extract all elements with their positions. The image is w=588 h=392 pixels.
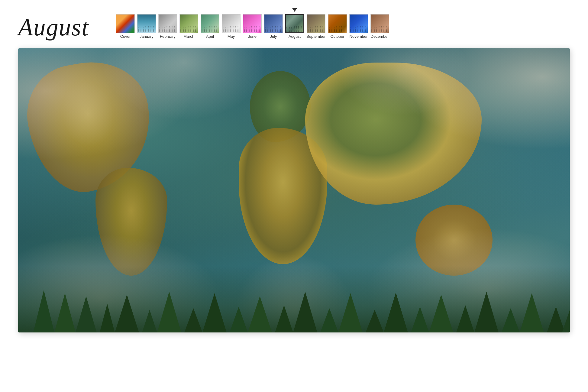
thumbnail-img-wrapper-february bbox=[158, 14, 177, 33]
svg-marker-12 bbox=[184, 308, 202, 332]
calendar-dots-november bbox=[350, 26, 367, 32]
month-title: August bbox=[18, 15, 103, 39]
thumbnail-label-july: July bbox=[270, 34, 277, 39]
thumbnail-img-wrapper-april bbox=[201, 14, 219, 33]
thumbnail-label-september: September bbox=[306, 34, 326, 39]
thumbnail-img-wrapper-september bbox=[307, 14, 325, 33]
thumbnail-label-august: August bbox=[289, 34, 301, 39]
thumbnail-label-cover: Cover bbox=[120, 34, 131, 39]
thumbnail-img-cover bbox=[116, 15, 134, 33]
thumbnail-february[interactable]: February bbox=[157, 14, 178, 39]
thumbnail-june[interactable]: June bbox=[242, 14, 263, 39]
header: August CoverJanuaryFebruaryMarchAprilMay… bbox=[0, 0, 588, 45]
svg-marker-37 bbox=[562, 310, 570, 332]
calendar-dots-august bbox=[286, 26, 303, 32]
main-map-image bbox=[18, 48, 570, 332]
tree-silhouettes bbox=[18, 266, 570, 332]
thumbnail-label-december: December bbox=[371, 34, 389, 39]
svg-marker-21 bbox=[320, 308, 338, 332]
calendar-dots-january bbox=[138, 26, 155, 32]
thumbnail-march[interactable]: March bbox=[178, 14, 199, 39]
svg-marker-9 bbox=[142, 310, 157, 332]
thumbnail-strip: CoverJanuaryFebruaryMarchAprilMayJuneJul… bbox=[115, 12, 570, 39]
thumbnail-april[interactable]: April bbox=[199, 14, 221, 39]
svg-marker-24 bbox=[366, 310, 384, 332]
svg-marker-30 bbox=[456, 305, 474, 332]
thumbnail-img-wrapper-october bbox=[328, 14, 347, 33]
svg-marker-1 bbox=[33, 290, 54, 332]
svg-marker-32 bbox=[474, 292, 499, 332]
thumbnail-img-wrapper-cover bbox=[116, 14, 135, 33]
svg-marker-5 bbox=[76, 296, 97, 332]
thumbnail-img-wrapper-november bbox=[349, 14, 368, 33]
thumbnail-october[interactable]: October bbox=[327, 14, 348, 39]
calendar-dots-october bbox=[329, 26, 346, 32]
thumbnail-july[interactable]: July bbox=[263, 14, 284, 39]
thumbnail-september[interactable]: September bbox=[305, 14, 327, 39]
svg-marker-35 bbox=[520, 293, 544, 332]
calendar-dots-december bbox=[371, 26, 388, 32]
thumbnail-november[interactable]: November bbox=[348, 14, 369, 39]
thumbnail-label-february: February bbox=[160, 34, 176, 39]
svg-marker-27 bbox=[411, 307, 429, 332]
calendar-dots-february bbox=[159, 26, 176, 32]
thumbnail-may[interactable]: May bbox=[221, 14, 242, 39]
svg-marker-15 bbox=[230, 307, 248, 332]
svg-marker-29 bbox=[429, 295, 453, 332]
thumbnail-img-wrapper-december bbox=[370, 14, 389, 33]
thumbnail-img-wrapper-may bbox=[222, 14, 241, 33]
svg-marker-23 bbox=[338, 293, 363, 332]
thumbnail-img-wrapper-march bbox=[179, 14, 198, 33]
svg-marker-8 bbox=[115, 295, 139, 332]
svg-marker-20 bbox=[293, 292, 317, 332]
calendar-dots-may bbox=[223, 26, 240, 32]
svg-marker-11 bbox=[157, 292, 181, 332]
thumbnail-december[interactable]: December bbox=[369, 14, 390, 39]
active-indicator-arrow bbox=[292, 8, 297, 12]
calendar-dots-june bbox=[244, 26, 261, 32]
map-background bbox=[18, 48, 570, 332]
thumbnail-january[interactable]: January bbox=[136, 14, 157, 39]
svg-marker-33 bbox=[502, 308, 520, 332]
title-area: August bbox=[18, 12, 103, 39]
calendar-dots-july bbox=[265, 26, 282, 32]
svg-marker-36 bbox=[547, 307, 565, 332]
thumbnail-img-wrapper-january bbox=[137, 14, 156, 33]
thumbnail-label-october: October bbox=[330, 34, 344, 39]
thumbnail-label-april: April bbox=[206, 34, 214, 39]
thumbnail-label-january: January bbox=[140, 34, 153, 39]
svg-marker-14 bbox=[202, 293, 227, 332]
svg-marker-3 bbox=[54, 293, 76, 332]
calendar-dots-april bbox=[202, 26, 218, 32]
svg-marker-26 bbox=[384, 293, 408, 332]
thumbnail-img-wrapper-july bbox=[264, 14, 283, 33]
main-image-container bbox=[18, 48, 570, 332]
thumbnail-img-wrapper-august bbox=[285, 14, 304, 33]
svg-marker-18 bbox=[275, 305, 293, 332]
svg-marker-17 bbox=[248, 296, 272, 332]
thumbnail-label-november: November bbox=[350, 34, 368, 39]
calendar-dots-march bbox=[180, 26, 197, 32]
thumbnail-img-wrapper-june bbox=[243, 14, 262, 33]
thumbnail-august[interactable]: August bbox=[284, 14, 305, 39]
svg-marker-6 bbox=[100, 304, 115, 332]
thumbnail-label-march: March bbox=[183, 34, 194, 39]
thumbnail-label-june: June bbox=[248, 34, 257, 39]
thumbnail-label-may: May bbox=[228, 34, 235, 39]
thumbnail-cover[interactable]: Cover bbox=[115, 14, 136, 39]
calendar-dots-september bbox=[308, 26, 325, 32]
